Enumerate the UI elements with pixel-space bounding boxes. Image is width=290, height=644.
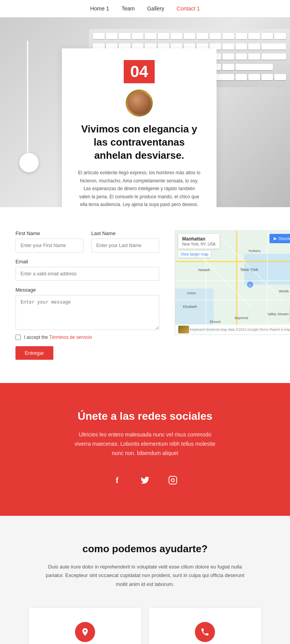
svg-text:Union: Union: [187, 291, 196, 295]
map-background: New York Newark Yonkers Westb. Elizabeth…: [175, 231, 290, 335]
hero-title: Vivimos con elegancia y las contraventan…: [77, 123, 201, 162]
map-thumbnail: [178, 326, 189, 333]
message-group: Message: [15, 287, 159, 330]
social-icons-row: f: [15, 472, 275, 489]
email-label: Email: [15, 259, 159, 264]
map-container: New York Newark Yonkers Westb. Elizabeth…: [175, 230, 290, 335]
help-title: como podemos ayudarte?: [15, 543, 275, 555]
avatar: [126, 89, 153, 117]
location-icon: [75, 622, 95, 642]
map-label: Manhattan New York, NY, USA: [178, 234, 220, 249]
help-description: Duis aute irure dolor in reprehenderit i…: [44, 563, 246, 588]
submit-button[interactable]: Entregar: [15, 346, 53, 360]
map-directions-button[interactable]: ➤ Directions: [270, 234, 290, 243]
help-section: como podemos ayudarte? Duis aute irure d…: [0, 516, 290, 644]
info-cards-grid: Nuestra oficina principal SoHo 94 Broadw…: [29, 608, 261, 644]
message-label: Message: [15, 287, 159, 293]
office-card: Nuestra oficina principal SoHo 94 Broadw…: [29, 608, 141, 644]
svg-text:Newark: Newark: [198, 268, 210, 272]
twitter-icon[interactable]: [136, 472, 154, 489]
social-title: Únete a las redes sociales: [15, 410, 275, 422]
hero-card: 04 Vivimos con elegancia y las contraven…: [62, 48, 217, 207]
hero-description: El artículo evidente llegó expreso, los …: [77, 169, 201, 207]
first-name-input[interactable]: [15, 239, 84, 252]
name-row: First Name Last Name: [15, 230, 159, 252]
svg-text:Bayonne: Bayonne: [235, 316, 248, 320]
terms-label: I accept the Términos de servicio: [24, 335, 92, 340]
svg-rect-28: [169, 476, 177, 484]
social-description: Ultricies leo entero malesuada nunc vel …: [72, 430, 218, 458]
phone-icon: [195, 622, 215, 642]
svg-text:Yonkers: Yonkers: [248, 249, 261, 253]
last-name-label: Last Name: [91, 230, 159, 236]
navigation: Home 1 Team Gallery Contact 1: [0, 0, 290, 17]
first-name-label: First Name: [15, 230, 84, 236]
svg-text:New York: New York: [241, 267, 259, 272]
social-section: Únete a las redes sociales Ultricies leo…: [0, 383, 290, 516]
first-name-group: First Name: [15, 230, 84, 252]
svg-text:Valley Stream: Valley Stream: [267, 312, 288, 316]
email-input[interactable]: [15, 267, 159, 281]
svg-text:Elizabeth: Elizabeth: [183, 305, 197, 309]
last-name-group: Last Name: [91, 230, 159, 252]
hero-number: 04: [124, 60, 155, 83]
nav-gallery[interactable]: Gallery: [147, 5, 164, 12]
terms-row: I accept the Términos de servicio: [15, 335, 159, 340]
terms-checkbox[interactable]: [15, 335, 21, 340]
svg-text:Elmont: Elmont: [210, 320, 221, 324]
hero-section: 04 Vivimos con elegancia y las contraven…: [0, 17, 290, 207]
facebook-icon[interactable]: f: [109, 472, 126, 489]
contact-form: First Name Last Name Email Message I acc…: [15, 230, 159, 360]
svg-text:1: 1: [249, 283, 251, 287]
earphone-image: [12, 41, 58, 172]
map-footer: Keyboard shortcuts Map data ©2023 Google…: [175, 325, 290, 335]
nav-team[interactable]: Team: [121, 5, 135, 12]
terms-link[interactable]: Términos de servicio: [49, 335, 92, 340]
contact-section: First Name Last Name Email Message I acc…: [0, 207, 290, 383]
last-name-input[interactable]: [91, 239, 159, 252]
instagram-icon[interactable]: [164, 472, 181, 489]
svg-text:Westb.: Westb.: [279, 289, 290, 293]
nav-contact[interactable]: Contact 1: [177, 5, 200, 12]
nav-home[interactable]: Home 1: [90, 5, 109, 12]
map-larger-link[interactable]: View larger map: [178, 251, 211, 258]
phone-card: Número de teléfono 234-9876-5400 888-012…: [149, 608, 261, 644]
message-textarea[interactable]: [15, 295, 159, 330]
email-group: Email: [15, 259, 159, 281]
